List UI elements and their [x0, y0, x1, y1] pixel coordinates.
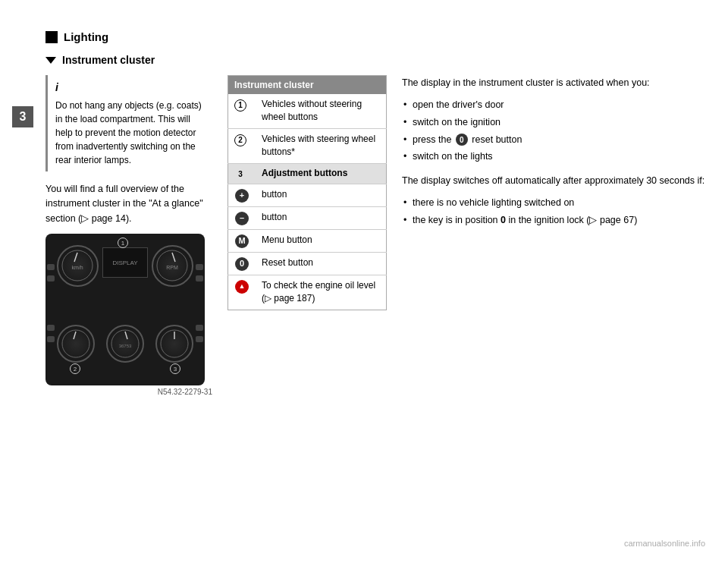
svg-line-4 — [172, 253, 175, 262]
table-row: 1 Vehicles without steering wheel button… — [228, 94, 387, 128]
svg-point-6 — [62, 330, 89, 357]
plus-btn-icon: + — [235, 189, 249, 203]
bullet-switch-lights: switch on the lights — [402, 149, 720, 164]
plus-btn-text: button — [256, 184, 387, 206]
activation-bullets: open the driver's door switch on the ign… — [402, 98, 720, 164]
reset-btn-icon: 0 — [235, 257, 249, 271]
reset-inline-icon: 0 — [456, 134, 468, 146]
body-text: You will find a full overview of the ins… — [46, 182, 212, 226]
side-btn-5 — [196, 264, 203, 270]
bullet-press-reset: press the 0 reset button — [402, 133, 720, 147]
table-row: 2 Vehicles with steering wheel buttons* — [228, 128, 387, 163]
cluster-caption: N54.32-2279-31 — [46, 388, 212, 396]
minus-btn-text: button — [256, 206, 387, 229]
table-row: – button — [228, 206, 387, 229]
svg-text:RPM: RPM — [166, 265, 178, 270]
table-row: M Menu button — [228, 229, 387, 252]
left-margin: 3 — [0, 15, 46, 548]
bullet-open-door: open the driver's door — [402, 98, 720, 112]
activation-intro: The display in the instrument cluster is… — [402, 75, 720, 90]
side-btn-6 — [196, 275, 203, 282]
bullet-no-lighting: there is no vehicle lighting switched on — [402, 196, 720, 210]
section-title: Lighting — [64, 30, 108, 43]
section-icon — [46, 31, 58, 43]
table-row: + button — [228, 184, 387, 206]
info-text: Do not hang any objects (e.g. coats) in … — [55, 100, 202, 165]
side-btn-8 — [196, 336, 203, 342]
middle-column: Instrument cluster 1 Vehicles without st… — [228, 75, 387, 396]
subsection-header: Instrument cluster — [46, 54, 720, 66]
table-header: Instrument cluster — [228, 76, 387, 95]
main-content: Lighting Instrument cluster i Do not han… — [46, 15, 728, 548]
table-row: ▲ To check the engine oil level (▷ page … — [228, 275, 387, 310]
oil-btn-icon: ▲ — [235, 280, 249, 294]
adjustment-buttons-header: 3 Adjustment buttons — [228, 163, 387, 184]
content-columns: i Do not hang any objects (e.g. coats) i… — [46, 75, 720, 396]
gauge-top-right: RPM — [152, 245, 193, 287]
side-btn-1 — [47, 264, 55, 270]
center-display: DISPLAY — [102, 247, 148, 278]
adjustment-buttons-label: Adjustment buttons — [256, 163, 387, 184]
left-column: i Do not hang any objects (e.g. coats) i… — [46, 75, 212, 396]
subsection-title: Instrument cluster — [62, 54, 155, 66]
side-btn-7 — [196, 325, 203, 331]
side-btn-4 — [47, 336, 55, 342]
circle-1: 1 — [118, 237, 128, 248]
row-number-2: 2 — [234, 134, 246, 146]
menu-btn-text: Menu button — [256, 229, 387, 252]
menu-btn-icon: M — [235, 234, 249, 248]
oil-btn-text: To check the engine oil level (▷ page 18… — [256, 275, 387, 310]
svg-text:km/h: km/h — [71, 265, 83, 270]
row-number-1: 1 — [234, 99, 246, 112]
right-column: The display in the instrument cluster is… — [402, 75, 720, 396]
reset-btn-text: Reset button — [256, 252, 387, 275]
svg-line-1 — [74, 253, 77, 262]
circle-3: 3 — [170, 363, 180, 374]
svg-line-9 — [125, 332, 127, 339]
gauge-bottom-left — [57, 325, 95, 363]
minus-btn-icon: – — [235, 212, 249, 225]
row-1-text: Vehicles without steering wheel buttons — [256, 94, 387, 128]
triangle-icon — [46, 57, 56, 64]
switches-off-bullets: there is no vehicle lighting switched on… — [402, 196, 720, 228]
bullet-key-position: the key is in position 0 in the ignition… — [402, 213, 720, 228]
instrument-cluster-table: Instrument cluster 1 Vehicles without st… — [228, 75, 387, 310]
gauge-top-left: km/h — [57, 245, 99, 287]
section-header: Lighting — [46, 30, 720, 43]
side-btn-2 — [47, 275, 55, 282]
table-row: 0 Reset button — [228, 252, 387, 275]
row-number-3: 3 — [234, 168, 246, 181]
svg-line-7 — [74, 332, 76, 339]
position-zero: 0 — [500, 215, 506, 225]
svg-text:36753: 36753 — [119, 344, 132, 348]
chapter-number: 3 — [12, 106, 33, 127]
bullet-switch-ignition: switch on the ignition — [402, 115, 720, 130]
gauge-bottom-right — [155, 325, 193, 363]
gauge-bottom-center: 36753 — [106, 325, 144, 363]
circle-2: 2 — [70, 363, 80, 374]
side-btn-3 — [47, 325, 55, 331]
switches-off-intro: The display switches off automatically a… — [402, 173, 720, 188]
footer-watermark: carmanualsonline.info — [624, 539, 705, 548]
cluster-image: km/h RPM DISPLAY 1 — [46, 234, 205, 385]
info-icon: i — [55, 80, 205, 96]
info-box: i Do not hang any objects (e.g. coats) i… — [46, 75, 212, 171]
row-2-text: Vehicles with steering wheel buttons* — [256, 128, 387, 163]
